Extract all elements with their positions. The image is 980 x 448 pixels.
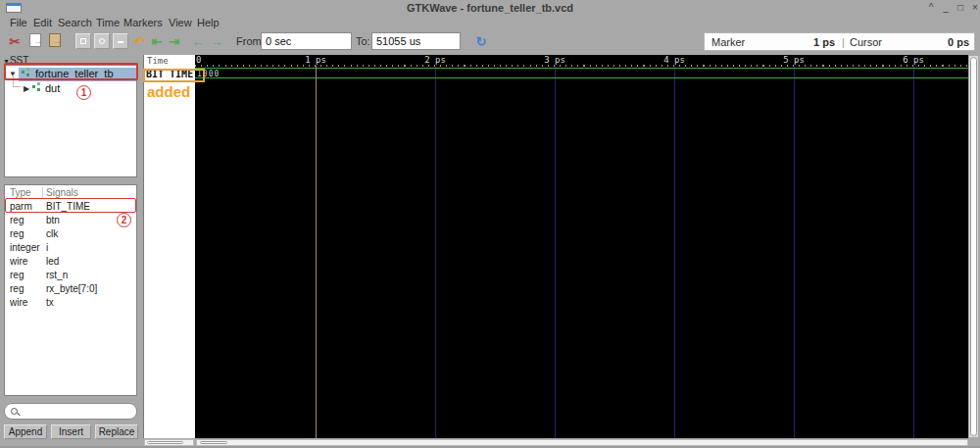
shift-right-icon[interactable]: → (209, 33, 224, 50)
vscroll-thumb[interactable] (970, 57, 977, 436)
menu-view[interactable]: View (169, 16, 192, 30)
copy-traces-icon[interactable]: → (29, 33, 41, 47)
signal-filter-input[interactable] (22, 405, 129, 418)
timeline-origin: 0 (196, 55, 201, 65)
names-horizontal-scrollbar[interactable] (144, 439, 194, 446)
reload-icon[interactable]: ↻ (473, 33, 489, 50)
signal-row-i[interactable]: integeri (5, 241, 136, 255)
signal-row-rx-byte[interactable]: regrx_byte[7:0] (5, 282, 136, 296)
annotation-box-added-trace (143, 69, 205, 82)
tick-1ps: 1 ps (305, 55, 326, 65)
gridline (435, 67, 436, 438)
signal-filter[interactable] (4, 403, 137, 420)
zoom-in-icon[interactable] (94, 33, 110, 49)
signal-row-tx[interactable]: wiretx (5, 296, 136, 310)
paste-traces-icon[interactable]: → (49, 33, 61, 47)
gridline (555, 67, 556, 438)
toolbar: ✂ → → ↶ ⇤ ⇥ ← → From: To: ↻ Marker 1 ps … (0, 30, 980, 55)
annotation-circle-2: 2 (117, 213, 131, 227)
gridline (794, 67, 795, 438)
tick-2ps: 2 ps (424, 55, 446, 65)
annotation-box-bit-time-row (5, 198, 136, 213)
wave-hscroll-thumb[interactable] (200, 441, 227, 444)
marker-cursor-separator: | (842, 36, 845, 48)
gridline (674, 67, 675, 438)
maximize-button[interactable]: □ (954, 1, 967, 14)
append-button[interactable]: Append (4, 424, 47, 439)
replace-button[interactable]: Replace (95, 424, 138, 439)
bit-time-bus-trace[interactable]: 1000 (195, 68, 968, 78)
zoom-out-icon[interactable] (113, 33, 128, 49)
shade-button[interactable]: ^ (924, 1, 938, 14)
zoom-undo-icon[interactable]: ↶ (131, 33, 147, 50)
menu-help[interactable]: Help (197, 16, 220, 30)
signal-row-led[interactable]: wireled (5, 255, 136, 269)
signal-row-clk[interactable]: regclk (5, 227, 136, 241)
cursor-value: 0 ps (940, 36, 969, 48)
module-icon (32, 85, 42, 93)
menu-time[interactable]: Time (96, 16, 120, 30)
from-input[interactable] (261, 32, 352, 50)
tick-4ps: 4 ps (663, 55, 685, 65)
expander-right-icon[interactable]: ▶ (24, 81, 29, 96)
close-button[interactable]: × (968, 1, 980, 14)
sst-tree: ▼ fortune_teller_tb ▶ dut (4, 65, 137, 177)
cut-traces-icon[interactable]: ✂ (7, 33, 23, 50)
to-input[interactable] (371, 32, 461, 50)
zoom-fit-icon[interactable] (75, 33, 91, 49)
minimize-button[interactable]: _ (939, 1, 953, 14)
wave-vertical-scrollbar[interactable] (968, 55, 979, 438)
menu-search[interactable]: Search (58, 16, 92, 30)
tree-item-dut[interactable]: ▶ dut (5, 81, 136, 96)
wave-names-pane: Time BIT_TIME =10 (143, 55, 195, 438)
shift-left-icon[interactable]: ← (190, 33, 206, 50)
zoom-to-end-icon[interactable]: ⇥ (167, 33, 182, 50)
timeline-ruler[interactable]: 0 1 ps 2 ps 3 ps 4 ps 5 ps 6 ps (195, 55, 968, 67)
annotation-added-label: added (147, 83, 190, 100)
window-title: GTKWave - fortune_teller_tb.vcd (0, 2, 980, 14)
marker-cursor-readout: Marker 1 ps | Cursor 0 ps (704, 32, 975, 51)
menu-bar: File Edit Search Time Markers View Help (0, 16, 980, 30)
primary-marker-line[interactable] (316, 66, 317, 438)
tick-3ps: 3 ps (544, 55, 565, 65)
wave-horizontal-scrollbar[interactable] (196, 439, 968, 446)
tick-6ps: 6 ps (903, 55, 924, 65)
menu-file[interactable]: File (10, 16, 27, 30)
annotation-circle-1: 1 (76, 85, 91, 100)
menu-markers[interactable]: Markers (123, 16, 163, 30)
insert-button[interactable]: Insert (51, 424, 91, 439)
title-bar: GTKWave - fortune_teller_tb.vcd ^ _ □ × (0, 0, 980, 16)
signal-row-rst-n[interactable]: regrst_n (5, 269, 136, 282)
marker-label: Marker (711, 36, 745, 48)
marker-value: 1 ps (810, 36, 835, 48)
gridline (913, 67, 914, 438)
zoom-to-start-icon[interactable]: ⇤ (149, 33, 165, 50)
annotation-box-tree-selection (4, 63, 138, 80)
to-label: To: (356, 35, 370, 47)
column-divider (42, 187, 43, 198)
menu-edit[interactable]: Edit (33, 16, 52, 30)
waveform-canvas[interactable]: 0 1 ps 2 ps 3 ps 4 ps 5 ps 6 ps 1000 (195, 55, 968, 438)
signals-column-header[interactable]: Signals (46, 187, 78, 198)
names-hscroll-thumb[interactable] (147, 441, 183, 444)
search-icon (11, 408, 18, 415)
names-header: Time (147, 56, 169, 66)
tick-5ps: 5 ps (783, 55, 805, 65)
tree-item-label[interactable]: dut (45, 81, 60, 96)
type-column-header[interactable]: Type (10, 187, 31, 198)
cursor-label: Cursor (850, 36, 882, 48)
